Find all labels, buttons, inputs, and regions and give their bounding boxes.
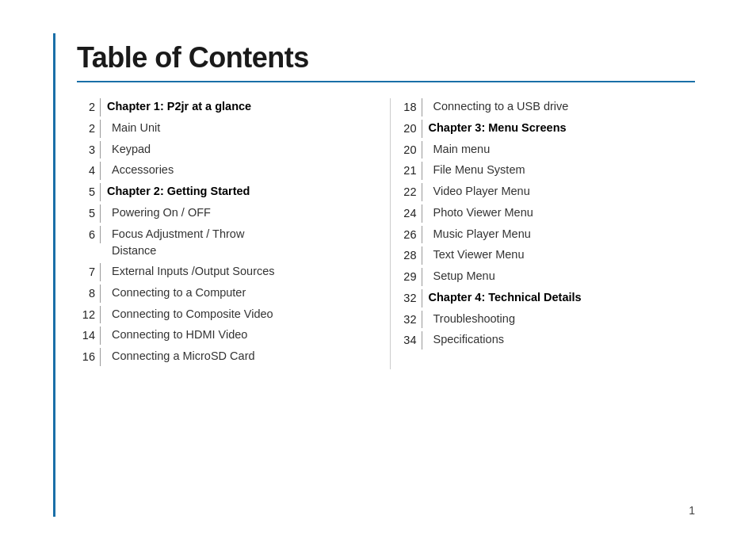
toc-row: 5Chapter 2: Getting Started	[77, 183, 374, 201]
toc-label: Accessories	[107, 162, 374, 179]
toc-label: Specifications	[429, 331, 696, 349]
toc-page-num: 26	[399, 226, 422, 244]
toc-page-num: 8	[77, 285, 101, 303]
page-number: 1	[689, 504, 695, 517]
toc-page-num: 5	[77, 204, 101, 223]
toc-label: Connecting to a USB drive	[429, 98, 696, 116]
toc-content: 2Chapter 1: P2jr at a glance2Main Unit3K…	[77, 98, 695, 369]
toc-label: File Menu System	[429, 162, 696, 179]
page: Table of Contents 2Chapter 1: P2jr at a …	[29, 17, 727, 533]
toc-label: Setup Menu	[429, 268, 696, 285]
toc-row: 6Focus Adjustment / ThrowDistance	[77, 226, 374, 261]
toc-page-num: 2	[77, 120, 101, 138]
toc-page-num: 22	[399, 183, 422, 201]
toc-page-num: 32	[399, 289, 422, 307]
toc-page-num: 7	[77, 263, 101, 281]
toc-page-num: 3	[77, 141, 101, 159]
toc-row: 12Connecting to Composite Video	[77, 306, 374, 324]
toc-label: Powering On / OFF	[107, 204, 374, 222]
toc-row: 7External Inputs /Output Sources	[77, 263, 374, 281]
toc-row: 32Troubleshooting	[399, 311, 696, 329]
toc-row: 2Chapter 1: P2jr at a glance	[77, 98, 374, 116]
toc-label: Connecting a MicroSD Card	[107, 348, 374, 365]
toc-label: Music Player Menu	[429, 226, 696, 243]
toc-label: External Inputs /Output Sources	[107, 263, 374, 281]
left-column: 2Chapter 1: P2jr at a glance2Main Unit3K…	[77, 98, 390, 369]
toc-label: Keypad	[107, 141, 374, 159]
toc-page-num: 2	[77, 98, 101, 116]
toc-label: Main menu	[429, 141, 696, 159]
toc-row: 20Chapter 3: Menu Screens	[399, 120, 696, 138]
toc-row: 29Setup Menu	[399, 268, 696, 286]
toc-row: 20Main menu	[399, 141, 696, 159]
toc-label: Main Unit	[107, 120, 374, 137]
toc-row: 28Text Viewer Menu	[399, 246, 696, 265]
toc-label: Chapter 2: Getting Started	[107, 183, 374, 201]
toc-label: Focus Adjustment / ThrowDistance	[107, 226, 374, 261]
toc-row: 4Accessories	[77, 162, 374, 180]
toc-row: 8Connecting to a Computer	[77, 285, 374, 303]
page-title: Table of Contents	[77, 41, 695, 74]
toc-page-num: 12	[77, 306, 101, 324]
toc-page-num: 6	[77, 226, 101, 244]
toc-page-num: 28	[399, 246, 422, 265]
toc-row: 22Video Player Menu	[399, 183, 696, 201]
toc-label: Connecting to HDMI Video	[107, 327, 374, 344]
toc-page-num: 4	[77, 162, 101, 180]
left-accent-bar	[53, 33, 55, 517]
toc-label: Chapter 3: Menu Screens	[429, 120, 696, 137]
toc-row: 3Keypad	[77, 141, 374, 159]
toc-label: Connecting to Composite Video	[107, 306, 374, 323]
toc-label: Chapter 1: P2jr at a glance	[107, 98, 374, 116]
toc-label: Photo Viewer Menu	[429, 204, 696, 222]
toc-label: Video Player Menu	[429, 183, 696, 201]
toc-label: Text Viewer Menu	[429, 246, 696, 264]
toc-row: 32Chapter 4: Technical Details	[399, 289, 696, 307]
toc-page-num: 20	[399, 120, 422, 138]
toc-page-num: 32	[399, 311, 422, 329]
toc-row: 2Main Unit	[77, 120, 374, 138]
toc-row: 18Connecting to a USB drive	[399, 98, 696, 116]
right-column: 18Connecting to a USB drive20Chapter 3: …	[390, 98, 696, 369]
toc-row: 26Music Player Menu	[399, 226, 696, 244]
toc-page-num: 21	[399, 162, 422, 180]
toc-row: 14Connecting to HDMI Video	[77, 327, 374, 345]
toc-label: Connecting to a Computer	[107, 285, 374, 302]
toc-row: 21File Menu System	[399, 162, 696, 180]
toc-page-num: 29	[399, 268, 422, 286]
toc-row: 16Connecting a MicroSD Card	[77, 348, 374, 366]
toc-row: 5Powering On / OFF	[77, 204, 374, 223]
toc-row: 24Photo Viewer Menu	[399, 204, 696, 223]
toc-page-num: 16	[77, 348, 101, 366]
title-section: Table of Contents	[77, 41, 695, 82]
toc-label: Troubleshooting	[429, 311, 696, 328]
toc-page-num: 24	[399, 204, 422, 223]
toc-page-num: 5	[77, 183, 101, 201]
toc-page-num: 20	[399, 141, 422, 159]
toc-page-num: 14	[77, 327, 101, 345]
toc-page-num: 18	[399, 98, 422, 116]
toc-page-num: 34	[399, 331, 422, 349]
toc-row: 34Specifications	[399, 331, 696, 349]
toc-label: Chapter 4: Technical Details	[429, 289, 696, 307]
